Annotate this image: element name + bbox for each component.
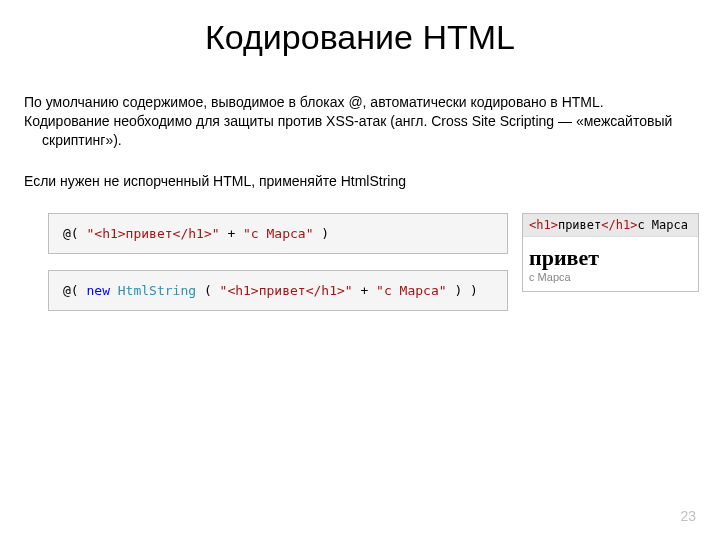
code2-type: HtmlString <box>118 283 196 298</box>
render-escaped-output: <h1>привет</h1>с Марса <box>523 214 698 237</box>
code1-close: ) <box>321 226 329 241</box>
para1-line1: По умолчанию содержимое, выводимое в бло… <box>24 93 696 112</box>
render-raw-open: <h1> <box>529 218 558 232</box>
code1-at: @( <box>63 226 79 241</box>
code-block-2: @( new HtmlString ( "<h1>привет</h1>" + … <box>48 270 508 311</box>
code2-str2: "с Марса" <box>376 283 446 298</box>
code1-str1: "<h1>привет</h1>" <box>86 226 219 241</box>
code2-str1: "<h1>привет</h1>" <box>220 283 353 298</box>
render-raw-tail: с Марса <box>637 218 688 232</box>
render-raw-text: привет <box>558 218 601 232</box>
code2-close: ) ) <box>454 283 477 298</box>
code2-new: new <box>86 283 109 298</box>
code2-plus: + <box>360 283 376 298</box>
page-number: 23 <box>680 508 696 524</box>
paragraph-1: По умолчанию содержимое, выводимое в бло… <box>0 93 720 150</box>
main-row: @( "<h1>привет</h1>" + "с Марса" ) @( ne… <box>0 213 720 327</box>
code1-str2: "с Марса" <box>243 226 313 241</box>
render-raw-close: </h1> <box>601 218 637 232</box>
render-preview: <h1>привет</h1>с Марса привет с Марса <box>522 213 699 292</box>
code2-open: ( <box>204 283 212 298</box>
code-block-1: @( "<h1>привет</h1>" + "с Марса" ) <box>48 213 508 254</box>
para1-line2: Кодирование необходимо для защиты против… <box>24 112 696 131</box>
render-sub: с Марса <box>529 271 692 283</box>
para1-line3: скриптинг»). <box>24 131 696 150</box>
code1-plus: + <box>227 226 243 241</box>
code-column: @( "<h1>привет</h1>" + "с Марса" ) @( ne… <box>48 213 508 327</box>
render-h1: привет <box>529 245 692 271</box>
paragraph-2: Если нужен не испорченный HTML, применяй… <box>0 172 720 191</box>
code2-at: @( <box>63 283 79 298</box>
slide-title: Кодирование HTML <box>0 18 720 57</box>
render-html-output: привет с Марса <box>523 237 698 291</box>
